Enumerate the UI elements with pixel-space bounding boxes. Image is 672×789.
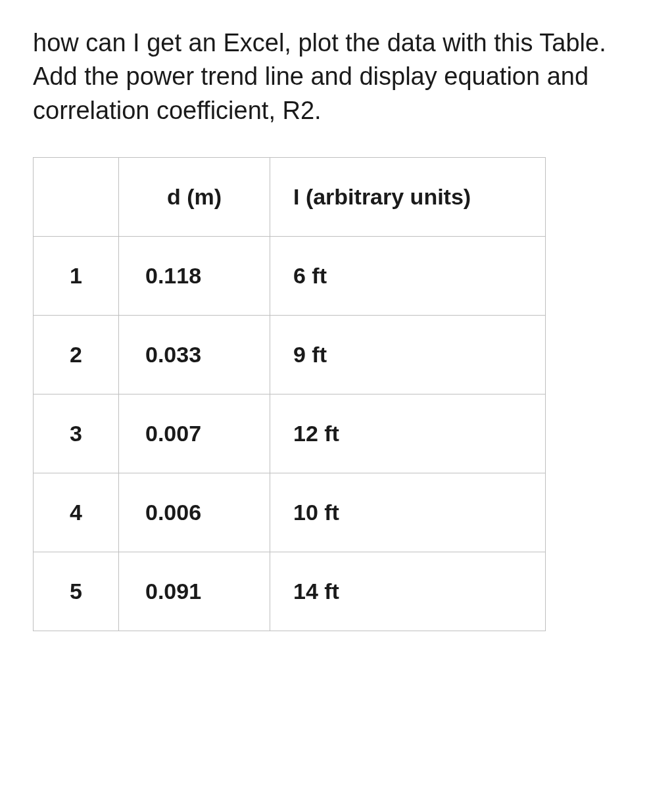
table-row: 3 0.007 12 ft xyxy=(34,394,546,473)
cell-index: 5 xyxy=(34,552,119,631)
cell-index: 1 xyxy=(34,236,119,315)
cell-d: 0.118 xyxy=(119,236,270,315)
cell-d: 0.091 xyxy=(119,552,270,631)
question-text: how can I get an Excel, plot the data wi… xyxy=(33,26,639,128)
table-row: 5 0.091 14 ft xyxy=(34,552,546,631)
cell-i: 12 ft xyxy=(270,394,546,473)
table-header-row: d (m) I (arbitrary units) xyxy=(34,157,546,236)
cell-d: 0.006 xyxy=(119,473,270,552)
cell-i: 10 ft xyxy=(270,473,546,552)
cell-i: 9 ft xyxy=(270,315,546,394)
header-d: d (m) xyxy=(119,157,270,236)
table-row: 2 0.033 9 ft xyxy=(34,315,546,394)
table-row: 1 0.118 6 ft xyxy=(34,236,546,315)
cell-i: 14 ft xyxy=(270,552,546,631)
data-table: d (m) I (arbitrary units) 1 0.118 6 ft 2… xyxy=(33,157,546,631)
header-index xyxy=(34,157,119,236)
table-row: 4 0.006 10 ft xyxy=(34,473,546,552)
cell-index: 4 xyxy=(34,473,119,552)
cell-d: 0.007 xyxy=(119,394,270,473)
cell-index: 2 xyxy=(34,315,119,394)
cell-index: 3 xyxy=(34,394,119,473)
header-i: I (arbitrary units) xyxy=(270,157,546,236)
cell-d: 0.033 xyxy=(119,315,270,394)
cell-i: 6 ft xyxy=(270,236,546,315)
